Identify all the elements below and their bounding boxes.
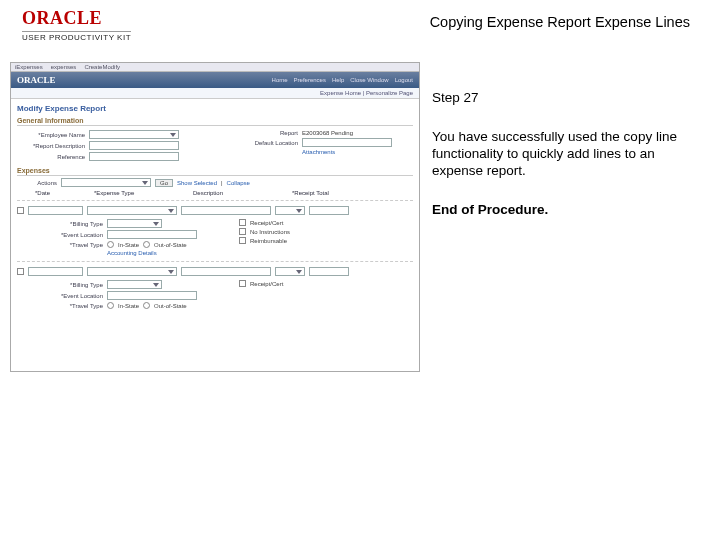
row-checkbox[interactable]	[17, 268, 24, 275]
receipt-cert-checkbox[interactable]	[239, 219, 246, 226]
step-instruction: You have successfully used the copy line…	[432, 129, 692, 180]
reference-input[interactable]	[89, 152, 179, 161]
amount-input[interactable]	[309, 206, 349, 215]
event-location-input[interactable]	[107, 230, 197, 239]
lesson-title: Copying Expense Report Expense Lines	[430, 8, 690, 30]
end-of-procedure: End of Procedure.	[432, 202, 692, 219]
employee-select[interactable]	[89, 130, 179, 139]
breadcrumb: iExpenses expenses CreateModify	[11, 63, 419, 72]
expense-line: *Billing Type *Event Location *Travel Ty…	[17, 261, 413, 311]
expense-line: *Billing Type *Event Location *Travel Ty…	[17, 200, 413, 258]
currency-select[interactable]	[275, 206, 305, 215]
event-location-input[interactable]	[107, 291, 197, 300]
section-general: General Information	[17, 117, 413, 126]
top-nav: Home Preferences Help Close Window Logou…	[272, 77, 413, 83]
collapse-link[interactable]: Collapse	[227, 180, 250, 186]
oracle-logo-text: ORACLE	[22, 8, 131, 29]
reimbursable-checkbox[interactable]	[239, 237, 246, 244]
date-input[interactable]	[28, 206, 83, 215]
sub-nav: Expense Home | Personalize Page	[11, 88, 419, 99]
upk-subtitle: USER PRODUCTIVITY KIT	[22, 31, 131, 42]
date-input[interactable]	[28, 267, 83, 276]
show-selected-link[interactable]: Show Selected	[177, 180, 217, 186]
travel-outstate-radio[interactable]	[143, 241, 150, 248]
page-title: Modify Expense Report	[17, 104, 413, 113]
section-expenses: Expenses	[17, 167, 413, 176]
oracle-brand: ORACLE USER PRODUCTIVITY KIT	[22, 8, 131, 42]
accounting-details-link[interactable]: Accounting Details	[107, 250, 157, 256]
description-input[interactable]	[181, 267, 271, 276]
go-button[interactable]: Go	[155, 179, 173, 187]
billing-type-select[interactable]	[107, 219, 162, 228]
actions-select[interactable]	[61, 178, 151, 187]
attachments-link[interactable]: Attachments	[302, 149, 335, 155]
instruction-panel: Step 27 You have successfully used the c…	[432, 62, 692, 540]
report-description-input[interactable]	[89, 141, 179, 150]
billing-type-select[interactable]	[107, 280, 162, 289]
embedded-screenshot: iExpenses expenses CreateModify ORACLE H…	[10, 62, 420, 372]
expense-type-select[interactable]	[87, 206, 177, 215]
row-checkbox[interactable]	[17, 207, 24, 214]
currency-select[interactable]	[275, 267, 305, 276]
step-label: Step 27	[432, 90, 692, 107]
instructions-checkbox[interactable]	[239, 228, 246, 235]
amount-input[interactable]	[309, 267, 349, 276]
report-number: E2003068 Pending	[302, 130, 353, 136]
oracle-logo-small: ORACLE	[17, 75, 56, 85]
description-input[interactable]	[181, 206, 271, 215]
expense-type-select[interactable]	[87, 267, 177, 276]
default-location-input[interactable]	[302, 138, 392, 147]
travel-instate-radio[interactable]	[107, 241, 114, 248]
